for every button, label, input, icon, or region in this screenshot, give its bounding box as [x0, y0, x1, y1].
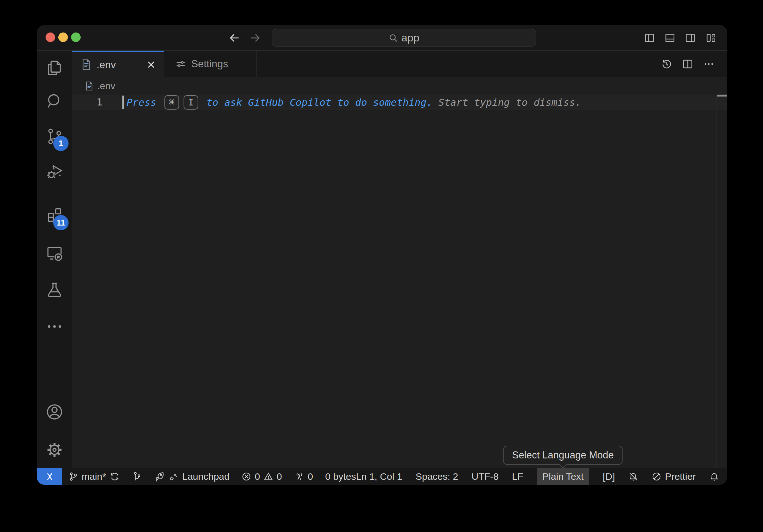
settings-sliders-icon	[175, 59, 186, 69]
more-actions-icon[interactable]	[703, 58, 714, 70]
indentation: Spaces: 2	[416, 471, 458, 482]
branch-name: main*	[82, 471, 106, 482]
language-mode: Plain Text	[542, 471, 584, 482]
bell-slash-icon	[628, 472, 638, 482]
close-window-button[interactable]	[46, 33, 55, 42]
problems-status-item[interactable]: 0 0	[242, 468, 282, 485]
sidebar-item-more[interactable]	[37, 312, 72, 341]
do-not-disturb-item[interactable]	[628, 468, 638, 485]
remote-indicator[interactable]	[37, 468, 62, 485]
text-cursor	[122, 96, 124, 109]
search-value: app	[401, 32, 419, 44]
bell-icon	[709, 472, 719, 482]
navigate-forward-button[interactable]	[248, 31, 262, 44]
tooltip-text: Select Language Mode	[512, 450, 614, 461]
plug-icon	[168, 472, 179, 482]
tab-settings-label: Settings	[191, 58, 228, 70]
d-badge-item[interactable]: [D]	[603, 468, 615, 485]
source-control-graph-item[interactable]	[132, 468, 142, 485]
cmd-keycap: ⌘	[164, 95, 179, 110]
ports-status-item[interactable]: 0	[294, 468, 313, 485]
gear-icon	[45, 440, 64, 459]
dismiss-hint-text: Start typing to dismiss.	[432, 97, 581, 108]
error-count: 0	[255, 471, 260, 482]
file-icon	[85, 81, 93, 91]
branch-status-item[interactable]: main*	[68, 468, 120, 485]
broadcast-icon	[294, 472, 304, 482]
status-bar: main* Launchpad 0 0 0 0 byt	[37, 468, 727, 485]
arrow-left-icon	[229, 32, 241, 44]
ellipsis-icon	[45, 317, 64, 336]
code-line-1[interactable]: Press ⌘ I to ask GitHub Copilot to do so…	[122, 95, 581, 110]
breadcrumb-file[interactable]: .env	[97, 81, 115, 91]
sidebar-item-extensions[interactable]: 11	[37, 200, 72, 230]
sync-icon[interactable]	[110, 472, 120, 482]
sidebar-item-explorer[interactable]	[37, 53, 72, 82]
i-keycap: I	[183, 95, 198, 110]
toggle-primary-sidebar-icon[interactable]	[644, 33, 655, 43]
customize-layout-icon[interactable]	[705, 33, 716, 43]
encoding: UTF-8	[472, 471, 499, 482]
cursor-position: Ln 1, Col 1	[356, 471, 402, 482]
sidebar-item-settings[interactable]	[37, 435, 72, 465]
git-graph-icon	[132, 472, 142, 482]
line-number: 1	[72, 95, 102, 110]
eol: LF	[512, 471, 523, 482]
split-editor-icon[interactable]	[682, 58, 694, 70]
remote-explorer-icon	[45, 244, 64, 262]
navigate-back-button[interactable]	[228, 31, 241, 44]
run-and-debug-icon	[45, 162, 64, 181]
indentation-item[interactable]: Spaces: 2	[416, 468, 458, 485]
close-icon	[146, 60, 156, 69]
sidebar-item-search[interactable]	[37, 87, 72, 116]
cursor-position-item[interactable]: Ln 1, Col 1	[356, 468, 402, 485]
copilot-hint-text-2: to ask GitHub Copilot to do something.	[200, 97, 432, 108]
scrollbar-track[interactable]	[716, 95, 727, 468]
close-tab-button[interactable]	[145, 58, 158, 71]
sidebar-item-run-debug[interactable]	[37, 157, 72, 186]
prettier-label: Prettier	[665, 471, 696, 482]
editor[interactable]: 1 Press ⌘ I to ask GitHub Copilot to do …	[72, 95, 727, 468]
timeline-history-icon[interactable]	[661, 58, 673, 70]
activity-bar: 1 11	[37, 51, 72, 468]
encoding-item[interactable]: UTF-8	[472, 468, 499, 485]
traffic-lights	[46, 33, 81, 42]
vscode-window: app 1 11	[37, 25, 727, 485]
file-size: 0 bytes	[325, 471, 356, 482]
remote-icon	[44, 472, 54, 482]
launchpad-status-item[interactable]: Launchpad	[154, 468, 230, 485]
warning-count: 0	[276, 471, 282, 482]
eol-item[interactable]: LF	[512, 468, 523, 485]
sidebar-item-testing[interactable]	[37, 275, 72, 305]
title-bar: app	[37, 25, 727, 51]
errors-icon	[242, 472, 251, 481]
minimize-window-button[interactable]	[58, 33, 68, 42]
files-icon	[45, 59, 64, 77]
tab-env-label: .env	[97, 59, 116, 71]
prettier-disabled-icon	[652, 472, 661, 481]
toggle-panel-icon[interactable]	[665, 33, 675, 43]
toggle-secondary-sidebar-icon[interactable]	[685, 33, 696, 43]
overview-ruler-cursor-mark	[717, 95, 727, 97]
file-size-item[interactable]: 0 bytes	[325, 468, 356, 485]
notifications-item[interactable]	[709, 468, 719, 485]
tab-env[interactable]: .env	[72, 51, 164, 77]
prettier-status-item[interactable]: Prettier	[652, 468, 696, 485]
launchpad-label: Launchpad	[182, 471, 230, 482]
sidebar-item-remote-explorer[interactable]	[37, 239, 72, 268]
breadcrumb[interactable]: .env	[72, 77, 727, 95]
warnings-icon	[264, 472, 273, 481]
tab-settings[interactable]: Settings	[164, 51, 257, 77]
zoom-window-button[interactable]	[71, 33, 81, 42]
search-icon	[45, 92, 64, 111]
command-center-search[interactable]: app	[272, 29, 536, 46]
file-icon	[81, 59, 91, 70]
copilot-hint-text: Press	[127, 97, 162, 108]
sidebar-item-account[interactable]	[37, 397, 72, 426]
tooltip: Select Language Mode	[503, 446, 623, 465]
account-icon	[45, 402, 64, 421]
source-control-badge: 1	[53, 136, 68, 151]
sidebar-item-source-control[interactable]: 1	[37, 122, 72, 151]
language-mode-item[interactable]: Plain Text Select Language Mode	[537, 468, 590, 485]
search-icon	[388, 33, 398, 43]
